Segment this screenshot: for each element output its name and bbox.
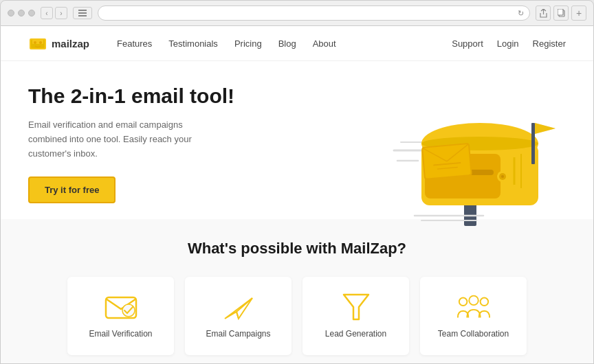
logo[interactable]: mailzap (28, 36, 89, 51)
refresh-icon: ↻ (518, 9, 524, 18)
svg-marker-39 (344, 295, 368, 319)
browser-dots (8, 10, 35, 16)
svg-point-41 (469, 296, 478, 305)
nav-links: Features Testimonials Pricing Blog About (117, 38, 452, 49)
feature-card-team-collaboration: Team Collaboration (420, 277, 527, 355)
svg-point-40 (459, 298, 467, 306)
dot-minimize (18, 10, 25, 16)
address-bar[interactable]: ↻ (98, 5, 530, 21)
browser-chrome: ‹ › ↻ + (0, 0, 594, 26)
cta-button[interactable]: Try it for free (28, 177, 116, 203)
svg-rect-0 (78, 10, 87, 11)
svg-marker-27 (535, 123, 556, 134)
feature-label-email-verification: Email Verification (89, 329, 152, 339)
feature-label-lead-generation: Lead Generation (325, 329, 386, 339)
email-verification-icon (104, 293, 138, 321)
navbar: mailzap Features Testimonials Pricing Bl… (1, 26, 593, 61)
website-content: mailzap Features Testimonials Pricing Bl… (0, 26, 594, 364)
hero-subtitle: Email verification and email campaigns c… (28, 118, 221, 161)
lead-generation-icon (339, 293, 373, 321)
add-tab-button[interactable]: + (571, 5, 586, 21)
nav-features[interactable]: Features (117, 38, 152, 49)
svg-point-9 (39, 41, 42, 44)
nav-register[interactable]: Register (533, 38, 566, 49)
feature-label-team-collaboration: Team Collaboration (438, 329, 509, 339)
mailbox-svg (332, 68, 566, 226)
features-title: What's possible with MailZap? (28, 240, 566, 258)
features-grid: Email Verification Email Campaigns (28, 277, 566, 355)
logo-text: mailzap (52, 38, 89, 49)
svg-rect-25 (531, 123, 535, 164)
svg-rect-4 (558, 9, 563, 15)
nav-blog[interactable]: Blog (278, 38, 296, 49)
svg-line-38 (236, 312, 239, 319)
dot-close (8, 10, 14, 16)
nav-login[interactable]: Login (497, 38, 519, 49)
logo-icon (28, 36, 47, 51)
hero-illustration (332, 68, 566, 226)
nav-pricing[interactable]: Pricing (234, 38, 262, 49)
svg-rect-1 (78, 12, 87, 14)
feature-card-email-campaigns: Email Campaigns (185, 277, 292, 355)
email-campaigns-icon (221, 293, 256, 321)
nav-right: Support Login Register (452, 38, 566, 49)
forward-button[interactable]: › (55, 7, 67, 19)
back-button[interactable]: ‹ (41, 7, 53, 19)
duplicate-button[interactable] (553, 5, 569, 21)
svg-point-42 (480, 298, 488, 306)
feature-card-lead-generation: Lead Generation (302, 277, 409, 355)
svg-rect-2 (78, 15, 87, 16)
feature-label-email-campaigns: Email Campaigns (206, 329, 270, 339)
tab-view-button[interactable] (73, 7, 92, 19)
share-button[interactable] (536, 5, 551, 21)
browser-nav: ‹ › (41, 7, 67, 19)
hero-content: The 2-in-1 email tool! Email verificatio… (28, 84, 234, 203)
browser-actions: + (536, 5, 586, 21)
hero-title: The 2-in-1 email tool! (28, 84, 234, 109)
dot-maximize (28, 10, 35, 16)
svg-point-8 (34, 41, 36, 44)
nav-about[interactable]: About (313, 38, 336, 49)
team-collaboration-icon (456, 293, 491, 321)
features-section: What's possible with MailZap? Email Veri… (1, 219, 593, 364)
feature-card-email-verification: Email Verification (67, 277, 174, 355)
svg-point-30 (501, 175, 504, 178)
nav-testimonials[interactable]: Testimonials (168, 38, 218, 49)
nav-support[interactable]: Support (452, 38, 483, 49)
hero-section: The 2-in-1 email tool! Email verificatio… (1, 61, 593, 219)
